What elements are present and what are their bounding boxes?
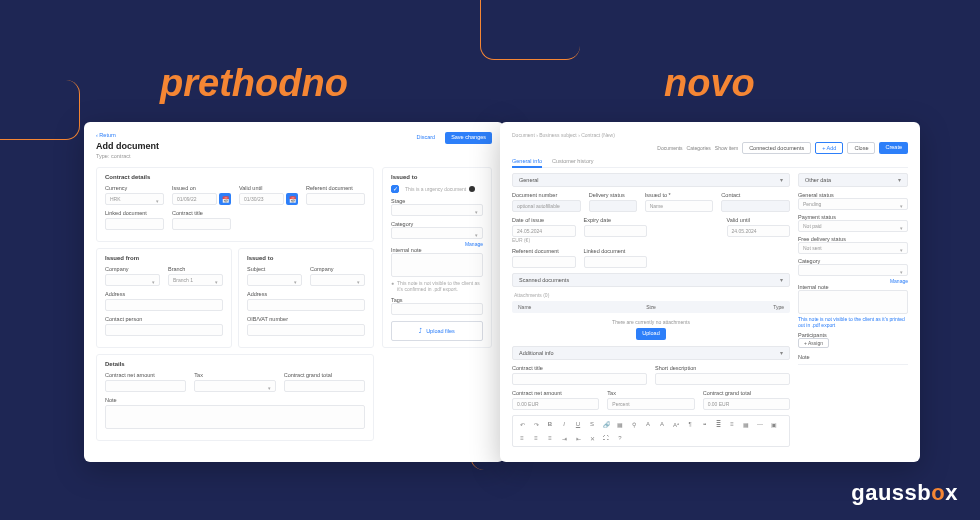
category-select[interactable] [798,264,908,276]
connected-docs-button[interactable]: Connected documents [742,142,811,154]
link-icon[interactable]: 🔗 [601,419,611,429]
currency-select[interactable]: HRK [105,193,164,205]
valid-until-input[interactable]: 01/30/23 [239,193,284,205]
back-link[interactable]: ‹ Return [96,132,159,138]
section-additional[interactable]: Additional info▾ [512,346,790,360]
urgency-checkbox[interactable] [391,185,399,193]
linked-doc-input[interactable] [584,256,648,268]
upload-button[interactable]: Upload [636,328,665,340]
align-center-icon[interactable]: ≡ [531,433,541,443]
indent-icon[interactable]: ⇥ [559,433,569,443]
assign-button[interactable]: + Assign [798,338,829,348]
branch-select[interactable]: Branch 1 [168,274,223,286]
close-button[interactable]: Close [847,142,875,154]
company-select[interactable] [105,274,160,286]
contract-details-card: Contract details CurrencyHRK Issued on01… [96,167,374,242]
outdent-icon[interactable]: ⇤ [573,433,583,443]
redo-icon[interactable]: ↷ [531,419,541,429]
tab-customer-history[interactable]: Customer history [552,158,594,164]
documents-link[interactable]: Documents [657,145,682,151]
calendar-icon[interactable]: 📅 [219,193,231,205]
category-select[interactable] [391,227,483,239]
contact-person-input[interactable] [105,324,223,336]
issued-to-input[interactable]: Name [645,200,714,212]
grand-total-input[interactable] [284,380,365,392]
internal-note-textarea[interactable] [391,253,483,277]
size-icon[interactable]: Aᵃ [671,419,681,429]
tax-input[interactable]: Percent [607,398,694,410]
net-amount-input[interactable]: 0.00 EUR [512,398,599,410]
font-icon[interactable]: A [643,419,653,429]
referent-doc-input[interactable] [512,256,576,268]
list-ol-icon[interactable]: ≡ [727,419,737,429]
general-status-select[interactable]: Pending [798,198,908,210]
clear-icon[interactable]: ✕ [587,433,597,443]
italic-icon[interactable]: I [559,419,569,429]
paragraph-icon[interactable]: ¶ [685,419,695,429]
details-card: Details Contract net amount Tax Contract… [96,354,374,441]
date-of-issue-input[interactable]: 24.05.2024 [512,225,576,237]
company-select[interactable] [310,274,365,286]
contract-title-input[interactable] [512,373,647,385]
table-icon[interactable]: ▦ [741,419,751,429]
note-textarea[interactable] [105,405,365,429]
info-icon: ● [391,280,394,292]
section-other-data[interactable]: Other data▾ [798,173,908,187]
align-right-icon[interactable]: ≡ [545,433,555,443]
discard-button[interactable]: Discard [410,132,441,144]
hr-icon[interactable]: — [755,419,765,429]
video-icon[interactable]: ▣ [769,419,779,429]
image-icon[interactable]: ▦ [615,419,625,429]
strike-icon[interactable]: S [587,419,597,429]
delivery-status-input[interactable] [589,200,637,212]
contact-input[interactable] [721,200,790,212]
code-icon[interactable]: ⚲ [629,419,639,429]
add-button[interactable]: + Add [815,142,843,154]
stage-select[interactable] [391,204,483,216]
help-icon[interactable]: ? [615,433,625,443]
undo-icon[interactable]: ↶ [517,419,527,429]
align-left-icon[interactable]: ≡ [517,433,527,443]
net-amount-input[interactable] [105,380,186,392]
categories-link[interactable]: Categories [687,145,711,151]
internal-note-textarea[interactable] [798,290,908,314]
decorative-line [480,0,580,60]
delivery-status-select[interactable]: Not sent [798,242,908,254]
color-icon[interactable]: A [657,419,667,429]
oibvat-input[interactable] [247,324,365,336]
save-button[interactable]: Save changes [445,132,492,144]
divider [798,364,908,365]
quote-icon[interactable]: ❝ [699,419,709,429]
contract-title-input[interactable] [172,218,231,230]
short-desc-input[interactable] [655,373,790,385]
tax-input[interactable] [194,380,275,392]
issued-on-input[interactable]: 01/09/22 [172,193,217,205]
address-input[interactable] [105,299,223,311]
referent-doc-input[interactable] [306,193,365,205]
underline-icon[interactable]: U [573,419,583,429]
chevron-down-icon: ▾ [780,350,783,356]
fullscreen-icon[interactable]: ⛶ [601,433,611,443]
valid-until-input[interactable]: 24.05.2024 [727,225,791,237]
chevron-down-icon: ▾ [780,277,783,283]
tab-general-info[interactable]: General info [512,158,542,168]
show-item-link[interactable]: Show item [715,145,738,151]
calendar-icon[interactable]: 📅 [286,193,298,205]
issued-from-card: Issued from Company BranchBranch 1 Addre… [96,248,232,348]
chevron-down-icon: ▾ [898,177,901,183]
create-button[interactable]: Create [879,142,908,154]
section-scanned[interactable]: Scanned documents▾ [512,273,790,287]
doc-number-input[interactable]: optional autofillable [512,200,581,212]
expiry-date-input[interactable] [584,225,648,237]
list-ul-icon[interactable]: ≣ [713,419,723,429]
payment-status-select[interactable]: Not paid [798,220,908,232]
section-general[interactable]: General▾ [512,173,790,187]
bold-icon[interactable]: B [545,419,555,429]
linked-doc-input[interactable] [105,218,164,230]
attachments-table-header: Name Size Type [512,301,790,313]
subject-select[interactable] [247,274,302,286]
address-input[interactable] [247,299,365,311]
grand-total-input[interactable]: 0.00 EUR [703,398,790,410]
tags-input[interactable] [391,303,483,315]
upload-button[interactable]: ⤴Upload files [391,321,483,341]
